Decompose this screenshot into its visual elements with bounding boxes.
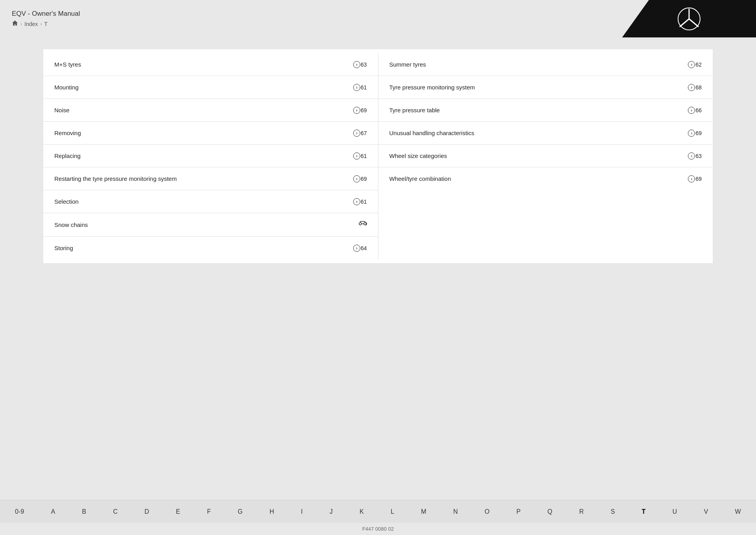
alpha-item-M[interactable]: M [418, 507, 429, 517]
alpha-item-A[interactable]: A [48, 507, 58, 517]
mercedes-star-icon [677, 7, 701, 31]
left-row-page-7 [358, 220, 367, 229]
alpha-item-V[interactable]: V [701, 507, 712, 517]
right-row-label-4: Wheel size categories [389, 152, 688, 160]
left-row-label-8: Storing [54, 244, 353, 252]
page-title: EQV - Owner's Manual [12, 10, 80, 18]
alpha-item-R[interactable]: R [576, 507, 587, 517]
right-row-page-0: 62 [688, 61, 702, 68]
alpha-item-D[interactable]: D [141, 507, 152, 517]
left-row-label-1: Mounting [54, 83, 353, 91]
page-arrow-icon [353, 245, 360, 252]
alpha-item-K[interactable]: K [356, 507, 367, 517]
left-row-1[interactable]: Mounting61 [43, 76, 378, 99]
page-arrow-icon [688, 107, 695, 114]
right-row-page-4: 63 [688, 152, 702, 160]
right-row-label-3: Unusual handling characteristics [389, 129, 688, 137]
left-row-page-3: 67 [353, 130, 367, 137]
left-row-label-0: M+S tyres [54, 60, 353, 69]
header: EQV - Owner's Manual › Index › T [0, 0, 756, 37]
left-row-page-1: 61 [353, 84, 367, 91]
breadcrumb-index[interactable]: Index [24, 21, 38, 27]
alpha-item-P[interactable]: P [513, 507, 524, 517]
alpha-item-Q[interactable]: Q [544, 507, 555, 517]
alpha-item-W[interactable]: W [732, 507, 744, 517]
left-row-2[interactable]: Noise69 [43, 99, 378, 122]
left-row-5[interactable]: Restarting the tyre pressure monitoring … [43, 167, 378, 190]
alpha-item-E[interactable]: E [173, 507, 183, 517]
alpha-item-H[interactable]: H [267, 507, 278, 517]
alpha-item-J[interactable]: J [326, 507, 336, 517]
page-arrow-icon [688, 61, 695, 68]
page-arrow-icon [688, 175, 695, 182]
right-column: Summer tyres62Tyre pressure monitoring s… [378, 53, 713, 259]
alpha-item-N[interactable]: N [450, 507, 461, 517]
snow-chain-icon [358, 220, 367, 229]
right-row-4[interactable]: Wheel size categories63 [378, 145, 713, 167]
left-row-page-6: 61 [353, 198, 367, 205]
alpha-item-T[interactable]: T [639, 507, 649, 517]
right-row-0[interactable]: Summer tyres62 [378, 53, 713, 76]
alphabet-nav: 0-9ABCDEFGHIJKLMNOPQRSTUVW [0, 500, 756, 523]
alpha-item-O[interactable]: O [482, 507, 493, 517]
right-row-label-0: Summer tyres [389, 60, 688, 69]
right-row-page-2: 66 [688, 107, 702, 114]
right-row-3[interactable]: Unusual handling characteristics69 [378, 122, 713, 145]
page-arrow-icon [353, 61, 360, 68]
right-row-page-3: 69 [688, 130, 702, 137]
alpha-item-L[interactable]: L [387, 507, 397, 517]
left-row-3[interactable]: Removing67 [43, 122, 378, 145]
alpha-item-09[interactable]: 0-9 [12, 507, 27, 517]
right-row-1[interactable]: Tyre pressure monitoring system68 [378, 76, 713, 99]
breadcrumb-sep-2: › [40, 21, 42, 27]
breadcrumb-sep-1: › [20, 21, 22, 27]
page-arrow-icon [688, 130, 695, 137]
left-row-8[interactable]: Storing64 [43, 237, 378, 259]
right-row-label-5: Wheel/tyre combination [389, 175, 688, 183]
left-row-page-8: 64 [353, 245, 367, 252]
main-content: M+S tyres63Mounting61Noise69Removing67Re… [0, 37, 756, 500]
breadcrumb: › Index › T [12, 20, 80, 28]
right-row-page-1: 68 [688, 84, 702, 91]
home-icon[interactable] [12, 20, 18, 28]
left-row-page-4: 61 [353, 152, 367, 160]
header-left: EQV - Owner's Manual › Index › T [0, 5, 92, 32]
footer: F447 0080 02 [0, 523, 756, 535]
page-arrow-icon [353, 84, 360, 91]
svg-line-3 [689, 19, 699, 27]
left-row-page-0: 63 [353, 61, 367, 68]
svg-line-2 [680, 19, 689, 27]
page-arrow-icon [688, 84, 695, 91]
alpha-item-C[interactable]: C [110, 507, 121, 517]
index-container: M+S tyres63Mounting61Noise69Removing67Re… [43, 49, 713, 263]
left-row-label-5: Restarting the tyre pressure monitoring … [54, 175, 353, 183]
left-row-4[interactable]: Replacing61 [43, 145, 378, 167]
alpha-item-I[interactable]: I [298, 507, 306, 517]
left-row-label-2: Noise [54, 106, 353, 114]
left-row-page-5: 69 [353, 175, 367, 182]
left-row-label-6: Selection [54, 197, 353, 206]
left-row-6[interactable]: Selection61 [43, 190, 378, 213]
left-row-label-3: Removing [54, 129, 353, 137]
right-row-label-2: Tyre pressure table [389, 106, 688, 114]
page-arrow-icon [353, 198, 360, 205]
svg-point-4 [359, 223, 361, 225]
left-row-7[interactable]: Snow chains [43, 213, 378, 237]
svg-point-5 [364, 223, 366, 225]
left-row-page-2: 69 [353, 107, 367, 114]
alpha-item-S[interactable]: S [608, 507, 618, 517]
mercedes-logo-area [622, 0, 756, 37]
page-arrow-icon [353, 152, 360, 160]
left-row-label-4: Replacing [54, 152, 353, 160]
right-row-5[interactable]: Wheel/tyre combination69 [378, 167, 713, 190]
alpha-item-U[interactable]: U [669, 507, 680, 517]
breadcrumb-current: T [44, 21, 48, 27]
alpha-item-B[interactable]: B [79, 507, 89, 517]
right-row-2[interactable]: Tyre pressure table66 [378, 99, 713, 122]
left-row-0[interactable]: M+S tyres63 [43, 53, 378, 76]
right-row-label-1: Tyre pressure monitoring system [389, 83, 688, 91]
alpha-item-G[interactable]: G [235, 507, 246, 517]
page-arrow-icon [353, 175, 360, 182]
alpha-item-F[interactable]: F [204, 507, 214, 517]
page-arrow-icon [353, 130, 360, 137]
